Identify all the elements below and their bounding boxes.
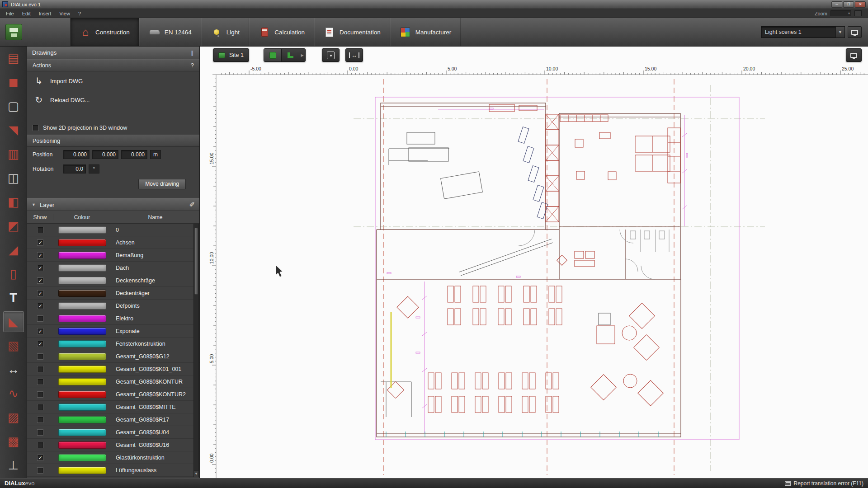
ceiling-tool[interactable]: ◩ [3,216,24,236]
cad-canvas[interactable]: -5.000.005.0010.0015.0020.0025.00 15.001… [200,47,868,478]
layer-colour-swatch[interactable] [58,315,106,322]
layer-row[interactable]: ✓Bemaßung [27,249,199,262]
layer-row[interactable]: ✓Exponate [27,325,199,338]
layer-row[interactable]: Gesamt_G08$0$KONTUR [27,375,199,388]
tab-documentation[interactable]: Documentation [314,18,390,46]
layer-colour-swatch[interactable] [58,366,106,373]
layer-row[interactable]: Elektro [27,312,199,325]
collapse-arrow-icon[interactable]: ▼ [32,202,36,207]
zoom-extra-button[interactable] [854,10,862,16]
tab-calculation[interactable]: Calculation [249,18,314,46]
image-tool[interactable]: ▨ [3,407,24,428]
layer-visibility-checkbox[interactable]: ✓ [37,328,43,334]
layer-visibility-checkbox[interactable]: ✓ [37,239,43,246]
layer-row[interactable]: Gesamt_G08$0$U04 [27,426,199,439]
layer-row[interactable]: 0 [27,224,199,236]
menu-item-insert[interactable]: Insert [35,11,56,16]
fit-width-button[interactable]: ↔ [345,48,363,62]
minimize-button[interactable]: ─ [831,1,842,8]
layer-visibility-checkbox[interactable]: ✓ [37,252,43,258]
layer-visibility-checkbox[interactable] [37,227,43,233]
tab-construction[interactable]: Construction [70,18,139,46]
layer-row[interactable]: ✓Defpoints [27,300,199,312]
layer-colour-swatch[interactable] [58,378,106,385]
furnishing-tool[interactable]: ▤ [3,48,24,69]
layer-row[interactable]: ✓Fensterkonstruktion [27,338,199,350]
layer-colour-swatch[interactable] [58,239,106,246]
position-z-field[interactable] [121,150,147,159]
import-dwg-button[interactable]: ↳ Import DWG [27,71,199,90]
position-y-field[interactable] [92,150,118,159]
tab-light[interactable]: Light [201,18,249,46]
layer-row[interactable]: Gesamt_G08$0$KONTUR2 [27,388,199,401]
help-icon[interactable]: ? [191,62,194,69]
drawing-viewport[interactable]: -5.000.005.0010.0015.0020.0025.00 15.001… [200,47,868,478]
layer-row[interactable]: Gesamt_G08$0$MITTE [27,401,199,413]
rotation-field[interactable] [63,164,86,174]
display-options-button[interactable] [848,26,862,38]
layer-colour-swatch[interactable] [58,290,106,297]
layer-colour-swatch[interactable] [58,328,106,335]
scrollbar-down-button[interactable]: ▼ [194,470,198,477]
layer-colour-swatch[interactable] [58,226,106,234]
layer-visibility-checkbox[interactable] [37,404,43,410]
window-tool[interactable]: ▥ [3,144,24,164]
view-2d-button[interactable] [264,49,282,61]
close-button[interactable]: ✕ [855,1,866,8]
maximize-button[interactable]: ❐ [843,1,854,8]
save-button[interactable] [5,24,22,40]
layer-visibility-checkbox[interactable] [37,417,43,423]
position-x-field[interactable] [63,150,90,159]
layer-colour-swatch[interactable] [58,416,106,423]
layer-row[interactable]: ✓Deckenschräge [27,274,199,287]
tab-en-12464[interactable]: EN 12464 [139,18,201,46]
view-options-caret[interactable]: ▶ [299,53,305,57]
chevron-down-icon[interactable]: ▼ [835,27,844,38]
layer-section-header[interactable]: ▼ Layer ✐ [27,198,199,211]
scrollbar-thumb[interactable] [194,228,198,295]
menu-item-help[interactable]: ? [74,11,85,16]
layer-visibility-checkbox[interactable]: ✓ [37,303,43,309]
layer-row[interactable]: ✓Glastürkonstruktion [27,451,199,464]
layer-colour-swatch[interactable] [58,252,106,259]
tab-manufacturer[interactable]: Manufacturer [390,18,461,46]
layer-colour-swatch[interactable] [58,429,106,436]
building-tool[interactable]: ◼ [3,72,24,93]
layer-visibility-checkbox[interactable]: ✓ [37,455,43,461]
layer-visibility-checkbox[interactable] [37,315,43,322]
menu-item-view[interactable]: View [55,11,74,16]
lamp-pole-tool[interactable]: ⊥ [3,455,24,476]
layer-row[interactable]: ✓Deckenträger [27,287,199,300]
layer-colour-swatch[interactable] [58,340,106,347]
layer-colour-swatch[interactable] [58,454,106,461]
palette-tool[interactable]: ▩ [3,431,24,452]
reload-dwg-button[interactable]: ↻ Reload DWG... [27,90,199,109]
layer-visibility-checkbox[interactable]: ✓ [37,341,43,347]
report-translation-link[interactable]: Report translation error (F11) [794,480,864,487]
layer-colour-swatch[interactable] [58,404,106,411]
layer-visibility-checkbox[interactable]: ✓ [37,277,43,284]
ramp-tool[interactable]: ◢ [3,239,24,260]
door-tool[interactable]: ◧ [3,192,24,212]
light-scenes-select[interactable]: Light scenes 1 ▼ [761,26,845,38]
layer-visibility-checkbox[interactable] [37,379,43,385]
materials-tool[interactable]: ▧ [3,335,24,356]
layer-row[interactable]: Lüftungsauslass [27,464,199,477]
menu-item-file[interactable]: File [2,11,18,16]
layer-visibility-checkbox[interactable] [37,429,43,436]
layer-row[interactable]: Gesamt_G08$0$R17 [27,413,199,426]
zoom-dropdown[interactable] [830,10,851,16]
layer-colour-swatch[interactable] [58,353,106,360]
layer-row[interactable]: Gesamt_G08$0$G12 [27,350,199,363]
layer-row[interactable]: Gesamt_G08$0$K01_001 [27,363,199,375]
layer-row[interactable]: ✓Achsen [27,236,199,249]
layer-colour-swatch[interactable] [58,441,106,449]
layer-colour-swatch[interactable] [58,302,106,310]
drawing-tool[interactable]: ◣ [3,311,24,332]
move-drawing-button[interactable]: Move drawing [138,179,186,189]
layer-row[interactable]: Gesamt_G08$0$U16 [27,439,199,451]
layer-colour-swatch[interactable] [58,467,106,474]
pin-icon[interactable]: ✐ [189,201,195,209]
layer-visibility-checkbox[interactable] [37,353,43,360]
layer-visibility-checkbox[interactable] [37,391,43,398]
